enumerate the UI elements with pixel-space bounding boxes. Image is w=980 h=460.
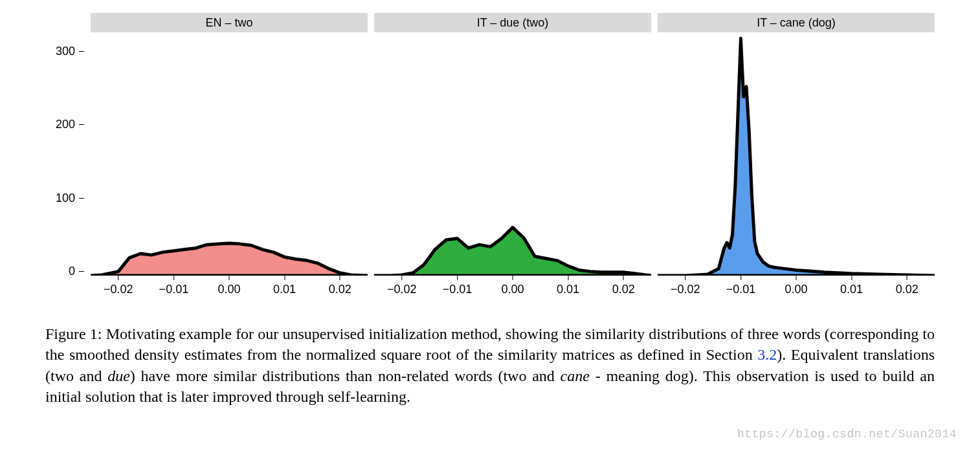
x-tick: −0.02 <box>671 276 700 296</box>
tick-mark <box>907 276 908 280</box>
x-tick: 0.01 <box>557 276 579 296</box>
x-tick: 0.00 <box>217 276 240 296</box>
x-tick-label: 0.01 <box>273 283 296 296</box>
tick-mark <box>457 276 458 280</box>
x-axis: −0.02−0.010.000.010.02 <box>374 276 651 298</box>
caption-em2: cane <box>561 367 590 384</box>
x-tick: −0.01 <box>726 276 756 296</box>
caption-figlabel: Figure 1: <box>45 325 106 342</box>
x-axis: −0.02−0.010.000.010.02 <box>658 276 935 298</box>
chart-panel-0: EN – two−0.02−0.010.000.010.02 <box>91 13 368 298</box>
x-tick: 0.01 <box>840 276 863 296</box>
x-tick-label: 0.00 <box>785 283 807 296</box>
tick-mark <box>79 124 84 125</box>
caption-part3: ) have more similar distributions than n… <box>130 367 561 384</box>
x-tick: −0.02 <box>387 276 417 296</box>
tick-mark <box>623 276 624 280</box>
panels-container: EN – two−0.02−0.010.000.010.02IT – due (… <box>91 13 935 298</box>
tick-mark <box>284 276 285 280</box>
page-root: 300 200 100 0 EN – two−0.02−0.010.000.01… <box>0 0 980 460</box>
tick-mark <box>228 276 229 280</box>
x-tick: 0.00 <box>785 276 807 296</box>
x-tick: 0.02 <box>896 276 919 296</box>
y-tick-200: 200 <box>45 118 84 131</box>
x-tick: 0.01 <box>273 276 296 296</box>
x-tick-label: 0.01 <box>840 283 863 296</box>
x-tick-label: 0.01 <box>557 283 579 296</box>
x-tick-label: −0.01 <box>159 283 189 296</box>
x-tick-label: −0.02 <box>671 283 700 296</box>
x-tick-label: −0.02 <box>104 283 133 296</box>
plot-area <box>374 35 651 276</box>
y-tick-label: 100 <box>56 192 75 205</box>
chart-panel-1: IT – due (two)−0.02−0.010.000.010.02 <box>374 13 651 298</box>
x-tick: 0.02 <box>612 276 635 296</box>
x-axis: −0.02−0.010.000.010.02 <box>91 276 368 298</box>
x-tick-label: −0.02 <box>387 283 417 296</box>
x-tick: −0.01 <box>159 276 189 296</box>
panel-title: IT – due (two) <box>374 13 651 32</box>
y-tick-label: 200 <box>56 118 75 131</box>
tick-mark <box>401 276 402 280</box>
tick-mark <box>79 198 84 199</box>
x-tick-label: 0.00 <box>501 283 524 296</box>
tick-mark <box>741 276 741 280</box>
plot-area <box>658 35 935 276</box>
y-tick-label: 300 <box>56 45 75 58</box>
x-tick-label: 0.00 <box>217 283 240 296</box>
tick-mark <box>79 51 84 52</box>
x-tick-label: −0.01 <box>726 283 756 296</box>
caption-em1: due <box>107 367 130 384</box>
plot-area <box>91 35 368 276</box>
x-tick-label: 0.02 <box>612 283 635 296</box>
density-curve <box>91 35 368 276</box>
x-tick: 0.02 <box>329 276 351 296</box>
x-tick: −0.01 <box>443 276 473 296</box>
watermark: https://blog.csdn.net/Suan2014 <box>737 428 957 441</box>
x-tick-label: 0.02 <box>896 283 919 296</box>
section-ref-link[interactable]: 3.2 <box>757 346 777 363</box>
x-tick-label: −0.01 <box>443 283 473 296</box>
tick-mark <box>685 276 685 280</box>
tick-mark <box>79 271 84 272</box>
y-tick-100: 100 <box>45 192 84 205</box>
tick-mark <box>173 276 174 280</box>
chart-row: 300 200 100 0 EN – two−0.02−0.010.000.01… <box>84 13 935 298</box>
y-tick-0: 0 <box>45 265 84 278</box>
tick-mark <box>118 276 118 280</box>
density-curve <box>658 35 935 276</box>
panel-title: EN – two <box>91 13 368 32</box>
x-tick: 0.00 <box>501 276 524 296</box>
tick-mark <box>796 276 796 280</box>
x-tick-label: 0.02 <box>329 283 351 296</box>
tick-mark <box>851 276 852 280</box>
x-tick: −0.02 <box>104 276 133 296</box>
tick-mark <box>512 276 513 280</box>
figure-caption: Figure 1: Motivating example for our uns… <box>45 323 935 408</box>
y-axis: 300 200 100 0 <box>45 52 84 272</box>
chart-panel-2: IT – cane (dog)−0.02−0.010.000.010.02 <box>658 13 935 298</box>
tick-mark <box>568 276 568 280</box>
tick-mark <box>340 276 340 280</box>
y-tick-label: 0 <box>69 265 75 278</box>
panel-title: IT – cane (dog) <box>658 13 935 32</box>
y-tick-300: 300 <box>45 45 84 58</box>
density-curve <box>374 35 651 276</box>
